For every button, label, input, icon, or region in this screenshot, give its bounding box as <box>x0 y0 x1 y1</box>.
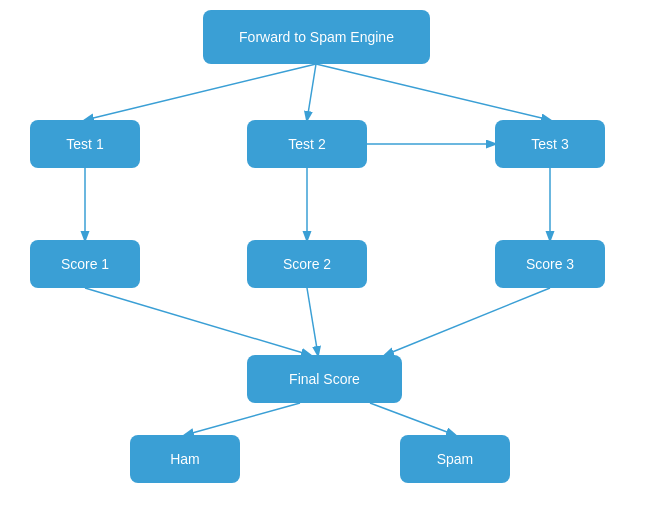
svg-line-2 <box>316 64 550 120</box>
node-spam: Spam <box>400 435 510 483</box>
svg-line-0 <box>85 64 316 120</box>
node-test1: Test 1 <box>30 120 140 168</box>
svg-line-11 <box>370 403 455 435</box>
svg-line-8 <box>307 288 318 355</box>
svg-line-1 <box>307 64 316 120</box>
svg-line-10 <box>185 403 300 435</box>
node-score1: Score 1 <box>30 240 140 288</box>
node-final: Final Score <box>247 355 402 403</box>
node-score2: Score 2 <box>247 240 367 288</box>
diagram: Forward to Spam Engine Test 1 Test 2 Tes… <box>0 0 649 505</box>
svg-line-7 <box>85 288 310 355</box>
node-score3: Score 3 <box>495 240 605 288</box>
node-test3: Test 3 <box>495 120 605 168</box>
node-test2: Test 2 <box>247 120 367 168</box>
svg-line-9 <box>385 288 550 355</box>
node-ham: Ham <box>130 435 240 483</box>
node-forward: Forward to Spam Engine <box>203 10 430 64</box>
